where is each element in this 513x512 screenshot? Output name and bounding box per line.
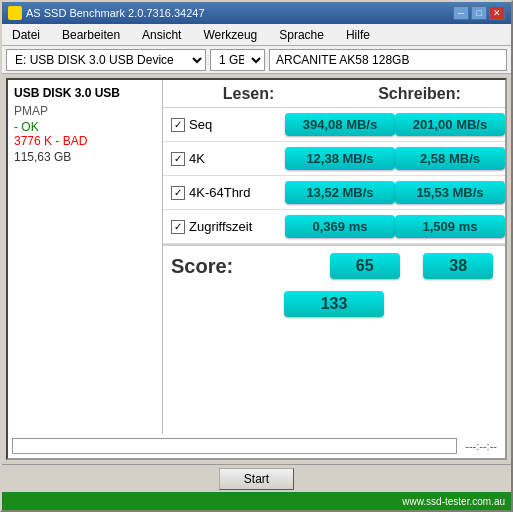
content-area: USB DISK 3.0 USB PMAP - OK 3776 K - BAD … xyxy=(6,78,507,460)
score-read-value: 65 xyxy=(330,253,400,279)
write-value-0: 201,00 MB/s xyxy=(395,113,505,136)
minimize-button[interactable]: ─ xyxy=(453,6,469,20)
app-icon xyxy=(8,6,22,20)
score-read: 65 xyxy=(318,253,412,279)
read-box-2: 13,52 MB/s xyxy=(285,181,395,204)
menu-bearbeiten[interactable]: Bearbeiten xyxy=(58,26,124,44)
drive-selector[interactable]: E: USB DISK 3.0 USB Device xyxy=(6,49,206,71)
progress-area: ---:--:-- xyxy=(12,436,501,456)
row-label-1: ✓ 4K xyxy=(163,151,285,166)
read-value-0: 394,08 MB/s xyxy=(285,113,395,136)
read-box-1: 12,38 MB/s xyxy=(285,147,395,170)
read-value-2: 13,52 MB/s xyxy=(285,181,395,204)
read-box-0: 394,08 MB/s xyxy=(285,113,395,136)
menu-hilfe[interactable]: Hilfe xyxy=(342,26,374,44)
write-box-2: 15,53 MB/s xyxy=(395,181,505,204)
checkbox-3[interactable]: ✓ xyxy=(171,220,185,234)
title-text: AS SSD Benchmark 2.0.7316.34247 xyxy=(8,6,205,20)
app-window: AS SSD Benchmark 2.0.7316.34247 ─ □ ✕ Da… xyxy=(0,0,513,512)
pmap-label: PMAP xyxy=(14,104,156,118)
table-row: ✓ 4K 12,38 MB/s 2,58 MB/s xyxy=(163,142,505,176)
read-value-1: 12,38 MB/s xyxy=(285,147,395,170)
progress-time: ---:--:-- xyxy=(465,440,501,452)
score-row: Score: 65 38 xyxy=(163,246,505,286)
table-row: ✓ 4K-64Thrd 13,52 MB/s 15,53 MB/s xyxy=(163,176,505,210)
size-selector[interactable]: 1 GB xyxy=(210,49,265,71)
headers-row: Lesen: Schreiben: xyxy=(163,80,505,108)
row-label-text-1: 4K xyxy=(189,151,205,166)
row-label-text-3: Zugriffszeit xyxy=(189,219,252,234)
close-button[interactable]: ✕ xyxy=(489,6,505,20)
row-label-text-2: 4K-64Thrd xyxy=(189,185,250,200)
drive-label: USB DISK 3.0 USB xyxy=(14,86,156,100)
write-value-1: 2,58 MB/s xyxy=(395,147,505,170)
menu-werkzeug[interactable]: Werkzeug xyxy=(199,26,261,44)
data-rows: ✓ Seq 394,08 MB/s 201,00 MB/s ✓ 4K 12,38… xyxy=(163,108,505,244)
title-label: AS SSD Benchmark 2.0.7316.34247 xyxy=(26,7,205,19)
footer-text: www.ssd-tester.com.au xyxy=(402,496,505,507)
status-bad: 3776 K - BAD xyxy=(14,134,156,148)
write-box-1: 2,58 MB/s xyxy=(395,147,505,170)
write-box-0: 201,00 MB/s xyxy=(395,113,505,136)
left-panel: USB DISK 3.0 USB PMAP - OK 3776 K - BAD … xyxy=(8,80,163,434)
device-name-display: ARCANITE AK58 128GB xyxy=(269,49,507,71)
start-button[interactable]: Start xyxy=(219,468,294,490)
write-value-2: 15,53 MB/s xyxy=(395,181,505,204)
menu-ansicht[interactable]: Ansicht xyxy=(138,26,185,44)
score-section: Score: 65 38 133 xyxy=(163,244,505,322)
read-value-3: 0,369 ms xyxy=(285,215,395,238)
lesen-header: Lesen: xyxy=(163,80,334,107)
right-panel: Lesen: Schreiben: ✓ Seq 394,08 MB/s 201,… xyxy=(163,80,505,434)
score-write-value: 38 xyxy=(423,253,493,279)
total-score-row: 133 xyxy=(163,286,505,322)
bottom-bar: Start xyxy=(2,464,511,492)
table-row: ✓ Zugriffszeit 0,369 ms 1,509 ms xyxy=(163,210,505,244)
table-row: ✓ Seq 394,08 MB/s 201,00 MB/s xyxy=(163,108,505,142)
title-bar: AS SSD Benchmark 2.0.7316.34247 ─ □ ✕ xyxy=(2,2,511,24)
checkbox-1[interactable]: ✓ xyxy=(171,152,185,166)
benchmark-body: USB DISK 3.0 USB PMAP - OK 3776 K - BAD … xyxy=(8,80,505,434)
footer: www.ssd-tester.com.au xyxy=(2,492,511,510)
row-label-2: ✓ 4K-64Thrd xyxy=(163,185,285,200)
score-values: 65 38 xyxy=(318,253,505,279)
row-label-3: ✓ Zugriffszeit xyxy=(163,219,285,234)
row-label-text-0: Seq xyxy=(189,117,212,132)
menu-sprache[interactable]: Sprache xyxy=(275,26,328,44)
status-ok: - OK xyxy=(14,120,156,134)
total-score-value: 133 xyxy=(284,291,384,317)
score-label: Score: xyxy=(163,255,318,278)
progress-bar xyxy=(12,438,457,454)
menu-bar: Datei Bearbeiten Ansicht Werkzeug Sprach… xyxy=(2,24,511,46)
disk-size: 115,63 GB xyxy=(14,150,156,164)
title-controls: ─ □ ✕ xyxy=(453,6,505,20)
menu-datei[interactable]: Datei xyxy=(8,26,44,44)
checkbox-0[interactable]: ✓ xyxy=(171,118,185,132)
restore-button[interactable]: □ xyxy=(471,6,487,20)
write-value-3: 1,509 ms xyxy=(395,215,505,238)
read-box-3: 0,369 ms xyxy=(285,215,395,238)
write-box-3: 1,509 ms xyxy=(395,215,505,238)
score-write: 38 xyxy=(412,253,506,279)
schreiben-header: Schreiben: xyxy=(334,80,505,107)
row-label-0: ✓ Seq xyxy=(163,117,285,132)
checkbox-2[interactable]: ✓ xyxy=(171,186,185,200)
toolbar: E: USB DISK 3.0 USB Device 1 GB ARCANITE… xyxy=(2,46,511,74)
